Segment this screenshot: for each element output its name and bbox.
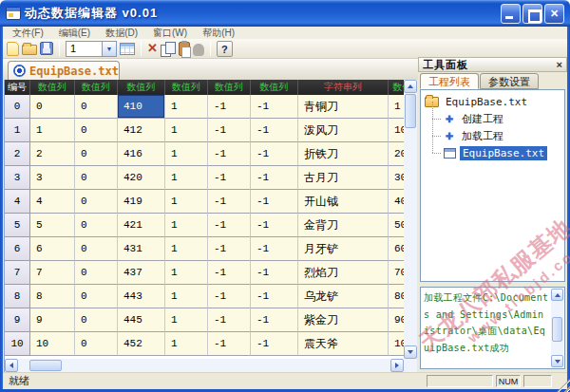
grid-horizontal-scrollbar[interactable] bbox=[5, 359, 404, 372]
tab-equipbase[interactable]: EquipBase.txt bbox=[8, 61, 120, 80]
table-cell[interactable]: 420 bbox=[118, 166, 165, 190]
table-cell[interactable]: 70 bbox=[389, 261, 404, 285]
table-cell[interactable]: 开山钺 bbox=[298, 190, 389, 214]
table-cell[interactable]: 0 bbox=[75, 95, 118, 119]
table-cell[interactable]: 416 bbox=[118, 142, 165, 166]
scroll-up-button[interactable] bbox=[551, 289, 563, 301]
menu-item[interactable]: 数据(D) bbox=[98, 27, 145, 39]
table-cell[interactable]: -1 bbox=[208, 285, 251, 308]
table-cell[interactable]: 紫金刀 bbox=[298, 308, 389, 332]
column-header[interactable]: 数值列 bbox=[251, 80, 298, 95]
scroll-right-button[interactable] bbox=[390, 359, 404, 372]
table-cell[interactable]: -1 bbox=[251, 332, 298, 356]
menu-item[interactable]: 文件(F) bbox=[5, 27, 51, 39]
table-cell[interactable]: 20 bbox=[389, 142, 404, 166]
combobox-dropdown-button[interactable]: ▼ bbox=[102, 42, 116, 56]
column-header[interactable]: 数值列 bbox=[30, 80, 75, 95]
table-cell[interactable]: 1 bbox=[165, 95, 208, 119]
table-cell[interactable]: 0 bbox=[75, 261, 118, 285]
table-cell[interactable]: 445 bbox=[118, 308, 165, 332]
close-button[interactable]: ✕ bbox=[544, 4, 564, 24]
table-cell[interactable]: 泼风刀 bbox=[298, 119, 389, 142]
table-cell[interactable]: 50 bbox=[389, 214, 404, 237]
row-header[interactable]: 1 bbox=[5, 119, 30, 142]
table-cell[interactable]: -1 bbox=[251, 166, 298, 190]
table-cell[interactable]: -1 bbox=[208, 95, 251, 119]
panel-close-icon[interactable]: × bbox=[557, 59, 562, 70]
scroll-up-button[interactable] bbox=[404, 80, 417, 93]
table-cell[interactable]: 1 bbox=[165, 166, 208, 190]
table-cell[interactable]: 412 bbox=[118, 119, 165, 142]
table-cell[interactable]: 10 bbox=[30, 332, 75, 356]
column-header[interactable]: 字符串列 bbox=[298, 80, 389, 95]
table-cell[interactable]: -1 bbox=[208, 119, 251, 142]
table-cell[interactable]: 折铁刀 bbox=[298, 142, 389, 166]
table-cell[interactable]: 0 bbox=[75, 308, 118, 332]
column-header[interactable]: 数值列 bbox=[75, 80, 118, 95]
table-cell[interactable]: 0 bbox=[75, 142, 118, 166]
table-cell[interactable]: 410 bbox=[118, 95, 165, 119]
row-header[interactable]: 2 bbox=[5, 142, 30, 166]
table-cell[interactable]: 1 bbox=[30, 119, 75, 142]
table-cell[interactable]: 100 bbox=[389, 332, 404, 356]
row-header[interactable]: 10 bbox=[5, 332, 30, 356]
grid-vertical-scrollbar[interactable] bbox=[404, 80, 417, 359]
table-cell[interactable]: 40 bbox=[389, 190, 404, 214]
row-header[interactable]: 6 bbox=[5, 237, 30, 261]
table-cell[interactable]: 6 bbox=[30, 237, 75, 261]
table-cell[interactable]: 烈焰刀 bbox=[298, 261, 389, 285]
table-cell[interactable]: -1 bbox=[251, 95, 298, 119]
row-header[interactable]: 9 bbox=[5, 308, 30, 332]
corner-header[interactable]: 编号 bbox=[5, 80, 30, 95]
vertical-scroll-thumb[interactable] bbox=[405, 94, 416, 128]
help-icon[interactable]: ? bbox=[217, 41, 233, 57]
table-cell[interactable]: 0 bbox=[75, 119, 118, 142]
table-cell[interactable]: -1 bbox=[251, 142, 298, 166]
table-cell[interactable]: -1 bbox=[251, 119, 298, 142]
record-count-combobox[interactable]: 1 ▼ bbox=[66, 41, 117, 57]
column-header[interactable]: 数值列 bbox=[389, 80, 404, 95]
table-cell[interactable]: 1 bbox=[165, 332, 208, 356]
table-cell[interactable]: -1 bbox=[208, 261, 251, 285]
panel-tab-工程列表[interactable]: 工程列表 bbox=[420, 73, 479, 89]
menu-item[interactable]: 窗口(W) bbox=[145, 27, 195, 39]
row-header[interactable]: 0 bbox=[5, 95, 30, 119]
table-cell[interactable]: 1 bbox=[165, 285, 208, 308]
copy-icon[interactable] bbox=[161, 42, 176, 56]
menu-item[interactable]: 帮助(H) bbox=[195, 27, 242, 39]
new-file-icon[interactable] bbox=[7, 42, 19, 56]
table-cell[interactable]: -1 bbox=[251, 237, 298, 261]
column-header[interactable]: 数值列 bbox=[208, 80, 251, 95]
table-cell[interactable]: 0 bbox=[75, 237, 118, 261]
table-cell[interactable]: 90 bbox=[389, 308, 404, 332]
table-cell[interactable]: 0 bbox=[75, 332, 118, 356]
table-cell[interactable]: -1 bbox=[208, 142, 251, 166]
table-cell[interactable]: 1 bbox=[165, 308, 208, 332]
row-header[interactable]: 7 bbox=[5, 261, 30, 285]
minimize-button[interactable] bbox=[501, 4, 521, 24]
table-cell[interactable]: 青铜刀 bbox=[298, 95, 389, 119]
row-header[interactable]: 4 bbox=[5, 190, 30, 214]
scroll-down-button[interactable] bbox=[551, 355, 563, 367]
open-file-icon[interactable] bbox=[22, 45, 37, 55]
log-scroll-thumb[interactable] bbox=[552, 317, 562, 342]
table-cell[interactable]: 421 bbox=[118, 214, 165, 237]
tree-item[interactable]: ✚加载工程 bbox=[425, 127, 564, 144]
table-cell[interactable]: -1 bbox=[251, 190, 298, 214]
table-cell[interactable]: 1 bbox=[165, 119, 208, 142]
tree-item[interactable]: EquipBase.txt bbox=[425, 144, 564, 161]
table-cell[interactable]: -1 bbox=[208, 237, 251, 261]
table-cell[interactable]: 452 bbox=[118, 332, 165, 356]
table-cell[interactable]: 1 bbox=[165, 237, 208, 261]
table-cell[interactable]: 月牙铲 bbox=[298, 237, 389, 261]
table-cell[interactable]: 1 bbox=[389, 95, 404, 119]
row-header[interactable]: 5 bbox=[5, 214, 30, 237]
table-cell[interactable]: 0 bbox=[75, 166, 118, 190]
hand-icon[interactable] bbox=[193, 44, 204, 56]
table-cell[interactable]: 古月刀 bbox=[298, 166, 389, 190]
table-cell[interactable]: -1 bbox=[208, 190, 251, 214]
table-cell[interactable]: 2 bbox=[30, 142, 75, 166]
table-cell[interactable]: 443 bbox=[118, 285, 165, 308]
table-cell[interactable]: 0 bbox=[75, 285, 118, 308]
table-cell[interactable]: 乌龙铲 bbox=[298, 285, 389, 308]
